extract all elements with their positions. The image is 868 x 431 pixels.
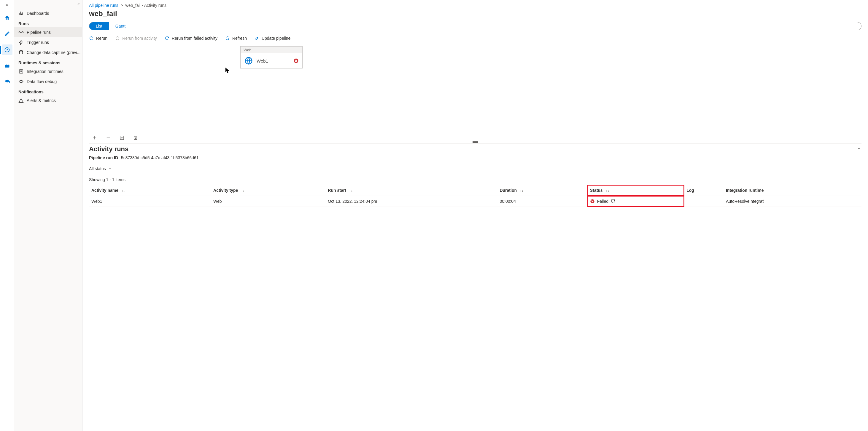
debug-icon	[19, 79, 24, 84]
status-filter[interactable]: All status	[89, 163, 862, 174]
breadcrumb-sep: >	[120, 3, 125, 8]
sidebar-item-cdc[interactable]: Change data capture (previ...	[14, 47, 82, 58]
command-bar: Rerun Rerun from activity Rerun from fai…	[83, 33, 868, 43]
svg-point-5	[22, 32, 24, 33]
collapse-section-icon[interactable]	[857, 146, 862, 152]
rail-home[interactable]	[2, 12, 12, 23]
sidebar-label: Trigger runs	[27, 40, 49, 45]
sort-icon: ↑↓	[241, 189, 244, 193]
col-run-start[interactable]: Run start↑↓	[326, 185, 497, 196]
svg-rect-15	[135, 137, 136, 139]
sidebar-section-notifications: Notifications	[14, 87, 82, 95]
globe-icon	[244, 56, 253, 65]
view-toggle: List Gantt	[89, 22, 862, 30]
table-header-row: Activity name↑↓ Activity type↑↓ Run star…	[89, 185, 862, 196]
table-row[interactable]: Web1 Web Oct 13, 2022, 12:24:04 pm 00:00…	[89, 196, 862, 207]
sidebar-item-trigger-runs[interactable]: Trigger runs	[14, 37, 82, 47]
icon-rail: »	[0, 0, 14, 431]
cmd-label: Rerun from activity	[122, 36, 157, 41]
breadcrumb-root[interactable]: All pipeline runs	[89, 3, 118, 8]
activity-card-web1[interactable]: Web Web1	[240, 46, 303, 68]
col-status[interactable]: Status↑↓	[588, 185, 684, 196]
refresh-icon	[225, 36, 230, 41]
activity-runs-title: Activity runs	[89, 145, 128, 153]
sidebar-section-runs: Runs	[14, 19, 82, 27]
cmd-refresh[interactable]: Refresh	[225, 36, 247, 41]
sidebar-item-integration-runtimes[interactable]: Integration runtimes	[14, 66, 82, 76]
monitor-sidebar: « Dashboards Runs Pipeline runs Trigger …	[14, 0, 83, 431]
cell-status[interactable]: Failed	[588, 196, 684, 207]
chevron-down-icon	[108, 167, 112, 170]
activity-card-name: Web1	[257, 58, 268, 63]
alert-icon	[19, 98, 24, 103]
rail-learn[interactable]	[2, 76, 12, 87]
rerun-activity-icon	[115, 36, 120, 41]
rerun-failed-icon	[165, 36, 169, 41]
main-content: All pipeline runs > web_fail - Activity …	[83, 0, 868, 431]
cell-activity-name: Web1	[89, 196, 211, 207]
sidebar-label: Alerts & metrics	[27, 98, 56, 103]
showing-count: Showing 1 - 1 items	[89, 174, 862, 185]
toggle-list[interactable]: List	[89, 22, 109, 30]
col-activity-name[interactable]: Activity name↑↓	[89, 185, 211, 196]
pipeline-canvas[interactable]: Web Web1	[89, 43, 862, 132]
cmd-rerun[interactable]: Rerun	[89, 36, 107, 41]
svg-text:100%: 100%	[120, 137, 124, 139]
status-text: Failed	[597, 199, 609, 204]
sidebar-item-alerts[interactable]: Alerts & metrics	[14, 95, 82, 105]
status-filter-label: All status	[89, 166, 106, 171]
breadcrumb-leaf: web_fail - Activity runs	[125, 3, 167, 8]
breadcrumb: All pipeline runs > web_fail - Activity …	[83, 0, 868, 8]
col-log[interactable]: Log	[684, 185, 723, 196]
sidebar-label: Pipeline runs	[27, 30, 51, 35]
run-id-row: Pipeline run ID 5c87380d-c5d5-4a7c-af43-…	[89, 153, 862, 163]
col-duration[interactable]: Duration↑↓	[497, 185, 587, 196]
sidebar-item-pipeline-runs[interactable]: Pipeline runs	[14, 27, 82, 37]
cdc-icon	[19, 50, 24, 55]
svg-point-4	[19, 32, 21, 33]
rail-manage[interactable]	[2, 61, 12, 71]
sidebar-label: Integration runtimes	[27, 69, 63, 74]
cmd-update-pipeline[interactable]: Update pipeline	[254, 36, 290, 41]
svg-rect-3	[6, 64, 8, 65]
pipeline-icon	[19, 30, 24, 35]
error-icon	[590, 199, 595, 204]
rerun-icon	[89, 36, 94, 41]
chevron-up-icon	[857, 146, 862, 151]
svg-rect-14	[134, 136, 137, 140]
graduation-icon	[4, 79, 10, 85]
resize-grip-icon[interactable]: ▬	[83, 140, 868, 142]
trigger-icon	[19, 40, 24, 45]
svg-point-17	[614, 199, 615, 201]
ir-icon	[19, 69, 24, 74]
cmd-rerun-from-activity: Rerun from activity	[115, 36, 157, 41]
sort-icon: ↑↓	[520, 189, 523, 193]
message-icon[interactable]	[611, 199, 616, 204]
svg-point-9	[21, 102, 21, 102]
error-icon	[293, 58, 299, 63]
run-id-value: 5c87380d-c5d5-4a7c-af43-1b5378b66d61	[121, 155, 199, 160]
sidebar-item-dataflow-debug[interactable]: Data flow debug	[14, 76, 82, 87]
col-integration-runtime[interactable]: Integration runtime	[723, 185, 862, 196]
cmd-label: Update pipeline	[261, 36, 290, 41]
cmd-label: Refresh	[232, 36, 247, 41]
collapse-sidebar-icon[interactable]: «	[14, 0, 82, 8]
sidebar-item-dashboards[interactable]: Dashboards	[14, 8, 82, 19]
rail-author[interactable]	[2, 29, 12, 39]
run-id-label: Pipeline run ID	[89, 155, 118, 160]
sidebar-label: Dashboards	[27, 11, 49, 16]
cell-log	[684, 196, 723, 207]
toggle-gantt[interactable]: Gantt	[109, 22, 132, 30]
sidebar-section-runtimes: Runtimes & sessions	[14, 58, 82, 66]
expand-rail-icon[interactable]: »	[2, 2, 12, 7]
page-title: web_fail	[83, 8, 868, 21]
col-activity-type[interactable]: Activity type↑↓	[211, 185, 326, 196]
sort-icon: ↑↓	[349, 189, 353, 193]
dashboard-icon	[19, 11, 24, 16]
activity-card-type: Web	[241, 46, 302, 53]
cell-activity-type: Web	[211, 196, 326, 207]
cmd-rerun-from-failed[interactable]: Rerun from failed activity	[165, 36, 217, 41]
rail-monitor[interactable]	[2, 44, 12, 55]
cell-duration: 00:00:04	[497, 196, 587, 207]
edit-icon	[254, 36, 259, 41]
